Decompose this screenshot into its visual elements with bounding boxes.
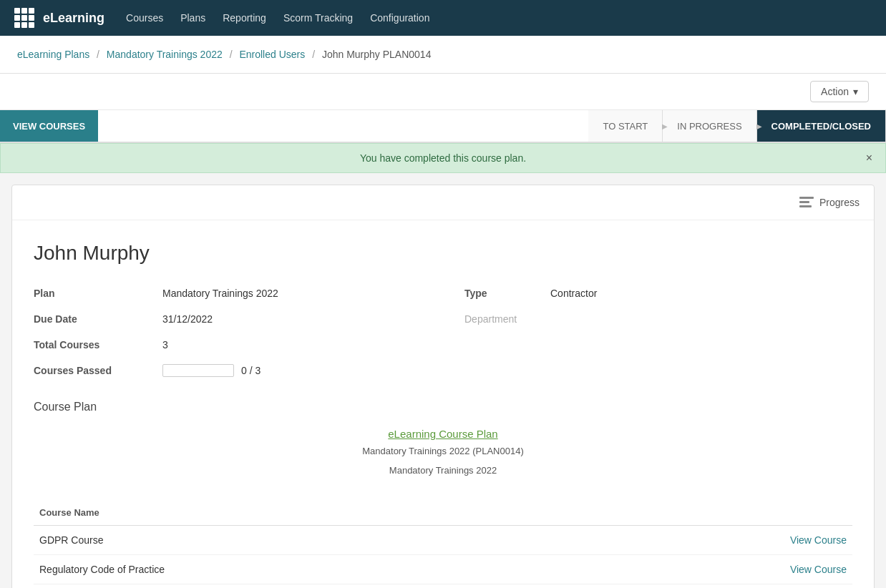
action-chevron-icon: ▾ bbox=[853, 86, 858, 97]
info-grid: Plan Mandatory Trainings 2022 Type Contr… bbox=[34, 285, 852, 379]
table-row: Security AwarenessView Course bbox=[34, 584, 852, 588]
user-name: John Murphy bbox=[34, 242, 852, 265]
course-plan-center: eLearning Course Plan Mandatory Training… bbox=[34, 428, 852, 479]
breadcrumb-sep-2: / bbox=[230, 49, 233, 60]
elearning-course-plan-link[interactable]: eLearning Course Plan bbox=[34, 428, 852, 440]
breadcrumb-enrolled-users[interactable]: Enrolled Users bbox=[239, 49, 305, 60]
nav-scorm-tracking[interactable]: Scorm Tracking bbox=[283, 12, 353, 24]
breadcrumb-elearning-plans[interactable]: eLearning Plans bbox=[17, 49, 89, 60]
view-course-link[interactable]: View Course bbox=[790, 564, 847, 575]
alert-message: You have completed this course plan. bbox=[360, 152, 526, 164]
tab-in-progress[interactable]: IN PROGRESS bbox=[663, 110, 756, 142]
table-row: Regulatory Code of PracticeView Course bbox=[34, 554, 852, 584]
tab-completed-closed[interactable]: COMPLETED/CLOSED bbox=[757, 110, 886, 142]
table-row: GDPR CourseView Course bbox=[34, 525, 852, 554]
course-action-cell: View Course bbox=[580, 554, 852, 584]
courses-passed-progress-bar bbox=[162, 364, 234, 377]
course-name-cell: GDPR Course bbox=[34, 525, 580, 554]
breadcrumb-sep-1: / bbox=[97, 49, 99, 60]
nav-reporting[interactable]: Reporting bbox=[223, 12, 266, 24]
view-course-link[interactable]: View Course bbox=[790, 534, 847, 546]
courses-passed-container: 0 / 3 bbox=[162, 362, 464, 379]
plan-subtitle-2: Mandatory Trainings 2022 bbox=[34, 464, 852, 479]
alert-close-button[interactable]: × bbox=[866, 152, 872, 165]
type-label: Type bbox=[464, 285, 550, 302]
tab-bar: VIEW COURSES TO START IN PROGRESS COMPLE… bbox=[0, 110, 886, 143]
action-button[interactable]: Action ▾ bbox=[810, 81, 869, 102]
department-label: Department bbox=[464, 310, 550, 328]
main-card: Progress John Murphy Plan Mandatory Trai… bbox=[11, 185, 875, 588]
tabs-right: TO START IN PROGRESS COMPLETED/CLOSED bbox=[588, 110, 886, 142]
brand-name: eLearning bbox=[43, 11, 104, 26]
nav-links: Courses Plans Reporting Scorm Tracking C… bbox=[126, 12, 429, 24]
breadcrumb: eLearning Plans / Mandatory Trainings 20… bbox=[0, 36, 886, 74]
nav-plans[interactable]: Plans bbox=[180, 12, 205, 24]
action-label: Action bbox=[821, 86, 849, 97]
tab-to-start[interactable]: TO START bbox=[588, 110, 663, 142]
breadcrumb-mandatory-trainings[interactable]: Mandatory Trainings 2022 bbox=[107, 49, 223, 60]
department-value bbox=[550, 310, 852, 328]
top-navigation: eLearning Courses Plans Reporting Scorm … bbox=[0, 0, 886, 36]
breadcrumb-sep-3: / bbox=[312, 49, 315, 60]
nav-courses[interactable]: Courses bbox=[126, 12, 163, 24]
course-action-cell: View Course bbox=[580, 584, 852, 588]
progress-button[interactable]: Progress bbox=[799, 197, 860, 208]
course-plan-section-title: Course Plan bbox=[34, 401, 852, 413]
plan-value: Mandatory Trainings 2022 bbox=[162, 285, 464, 302]
plan-subtitle-1: Mandatory Trainings 2022 (PLAN0014) bbox=[34, 444, 852, 459]
course-name-header: Course Name bbox=[34, 500, 580, 526]
progress-icon bbox=[799, 197, 814, 208]
nav-configuration[interactable]: Configuration bbox=[370, 12, 429, 24]
due-date-value: 31/12/2022 bbox=[162, 310, 464, 328]
action-header-empty bbox=[580, 500, 852, 526]
breadcrumb-current: John Murphy PLAN0014 bbox=[322, 49, 432, 60]
due-date-label: Due Date bbox=[34, 310, 162, 328]
alert-banner: You have completed this course plan. × bbox=[0, 143, 886, 173]
course-name-cell: Regulatory Code of Practice bbox=[34, 554, 580, 584]
card-body: John Murphy Plan Mandatory Trainings 202… bbox=[12, 220, 874, 588]
total-courses-value: 3 bbox=[162, 336, 464, 353]
courses-passed-fraction: 0 / 3 bbox=[241, 365, 261, 376]
type-value: Contractor bbox=[550, 285, 852, 302]
course-table: Course Name GDPR CourseView CourseRegula… bbox=[34, 500, 852, 588]
courses-passed-label: Courses Passed bbox=[34, 362, 162, 379]
grid-menu-icon[interactable] bbox=[14, 8, 34, 28]
action-bar: Action ▾ bbox=[0, 74, 886, 110]
tab-view-courses[interactable]: VIEW COURSES bbox=[0, 110, 98, 142]
progress-label: Progress bbox=[819, 197, 860, 208]
total-courses-label: Total Courses bbox=[34, 336, 162, 353]
card-header: Progress bbox=[12, 185, 874, 220]
plan-label: Plan bbox=[34, 285, 162, 302]
course-name-cell: Security Awareness bbox=[34, 584, 580, 588]
course-action-cell: View Course bbox=[580, 525, 852, 554]
